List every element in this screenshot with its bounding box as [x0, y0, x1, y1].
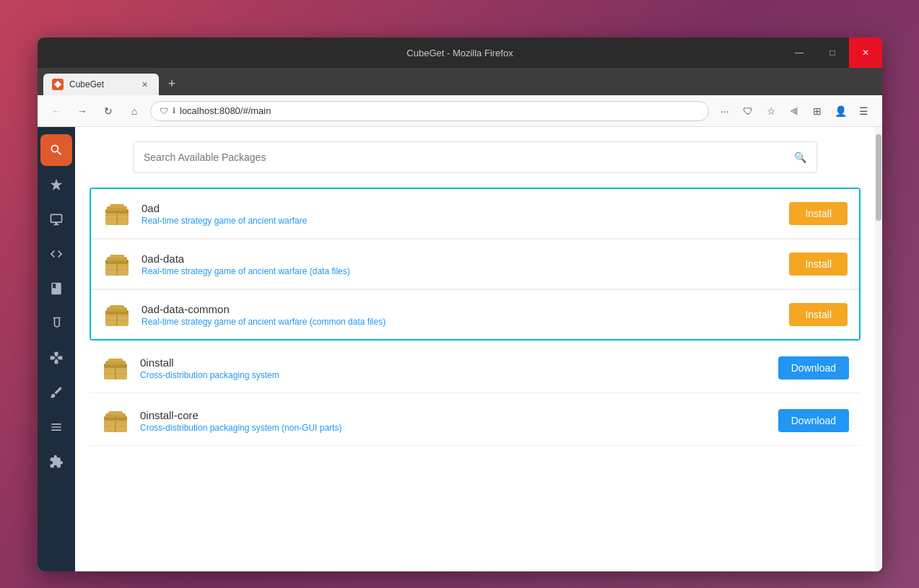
favicon-icon: [54, 81, 61, 88]
svg-rect-10: [110, 255, 124, 258]
forward-button[interactable]: →: [72, 101, 92, 121]
package-icon-0ad: [103, 199, 131, 228]
browser-title: CubeGet - Mozilla Firefox: [406, 48, 513, 58]
reload-button[interactable]: ↻: [98, 101, 118, 121]
package-name-0install-core: 0install-core: [140, 409, 768, 421]
browser-window: CubeGet - Mozilla Firefox — □ ✕ CubeGet …: [38, 38, 882, 571]
package-icon-svg: [103, 199, 131, 228]
svg-rect-24: [108, 359, 123, 362]
package-icon-svg-5: [101, 406, 130, 435]
main-area: 🔍: [75, 127, 875, 571]
sidebar-item-science[interactable]: [40, 307, 72, 339]
back-button[interactable]: ←: [46, 101, 66, 121]
shield-icon-nav[interactable]: 🛡: [738, 101, 758, 121]
scrollbar-thumb[interactable]: [876, 134, 881, 221]
shield-icon: 🛡: [160, 106, 168, 116]
package-icon-svg-2: [103, 250, 131, 278]
sidebar: [38, 127, 75, 571]
install-button-0ad[interactable]: Install: [789, 202, 848, 225]
package-info-0ad: 0ad Real-time strategy game of ancient w…: [141, 202, 779, 226]
package-item-0ad-data: 0ad-data Real-time strategy game of anci…: [91, 239, 859, 289]
sidebar-item-search[interactable]: [40, 134, 72, 166]
package-list: 0ad Real-time strategy game of ancient w…: [75, 188, 875, 571]
maximize-button[interactable]: □: [816, 38, 849, 68]
package-icon-0install: [101, 354, 130, 382]
package-name-0ad-data: 0ad-data: [141, 253, 779, 265]
package-item-0ad-data-common: 0ad-data-common Real-time strategy game …: [91, 289, 859, 339]
sidebar-toggle-button[interactable]: ⊞: [807, 101, 827, 121]
package-info-0install-core: 0install-core Cross-distribution packagi…: [140, 409, 768, 433]
search-bar-wrapper: 🔍: [133, 141, 817, 173]
sidebar-item-games[interactable]: [40, 342, 72, 374]
monitor-icon: [49, 212, 64, 227]
search-icon: [49, 143, 64, 157]
sidebar-item-development[interactable]: [40, 238, 72, 270]
tab-favicon: [52, 79, 64, 90]
home-button[interactable]: ⌂: [124, 101, 144, 121]
browser-tab[interactable]: CubeGet ✕: [43, 74, 159, 95]
book-icon: [49, 281, 64, 296]
scrollbar[interactable]: [875, 127, 882, 571]
search-icon-btn: 🔍: [794, 152, 806, 163]
package-info-0ad-data-common: 0ad-data-common Real-time strategy game …: [141, 303, 779, 327]
search-container: 🔍: [75, 127, 875, 188]
minimize-button[interactable]: —: [783, 38, 816, 68]
window-controls: — □ ✕: [783, 38, 882, 68]
nav-right-icons: ··· 🛡 ☆ ⫷ ⊞ 👤 ☰: [715, 101, 874, 121]
svg-rect-3: [110, 204, 124, 208]
code-icon: [49, 247, 64, 261]
sidebar-item-desktop[interactable]: [40, 203, 72, 235]
package-name-0install: 0install: [140, 356, 768, 369]
package-desc-0ad-data: Real-time strategy game of ancient warfa…: [141, 266, 779, 276]
sidebar-item-featured[interactable]: [40, 169, 72, 201]
network-icon: [49, 420, 64, 434]
sidebar-item-education[interactable]: [40, 273, 72, 304]
more-tools-button[interactable]: ···: [715, 101, 735, 121]
package-icon-svg-3: [103, 300, 131, 329]
svg-rect-31: [108, 411, 123, 415]
package-desc-0install-core: Cross-distribution packaging system (non…: [140, 423, 768, 433]
close-button[interactable]: ✕: [849, 38, 882, 68]
tab-bar: CubeGet ✕ +: [38, 68, 882, 95]
flask-icon: [49, 316, 64, 330]
tab-label: CubeGet: [69, 79, 133, 89]
package-info-0install: 0install Cross-distribution packaging sy…: [140, 356, 768, 380]
install-button-0ad-data[interactable]: Install: [789, 253, 848, 276]
address-bar[interactable]: 🛡 ℹ localhost:8080/#/main: [150, 101, 709, 121]
svg-rect-17: [110, 305, 124, 309]
brush-icon: [49, 385, 64, 400]
sidebar-item-graphics[interactable]: [40, 377, 72, 408]
package-name-0ad: 0ad: [141, 202, 779, 214]
package-item-0install-core: 0install-core Cross-distribution packagi…: [90, 396, 861, 446]
puzzle-icon: [49, 455, 64, 469]
package-icon-0ad-data-common: [103, 300, 131, 329]
install-button-0ad-data-common[interactable]: Install: [789, 303, 848, 326]
sidebar-item-network[interactable]: [40, 411, 72, 443]
download-button-0install[interactable]: Download: [778, 356, 849, 379]
lock-icon: ℹ: [173, 106, 175, 115]
package-desc-0ad: Real-time strategy game of ancient warfa…: [141, 216, 779, 226]
bookmark-button[interactable]: ☆: [761, 101, 781, 121]
title-bar: CubeGet - Mozilla Firefox — □ ✕: [38, 38, 882, 68]
new-tab-button[interactable]: +: [162, 74, 182, 94]
package-icon-svg-4: [101, 354, 130, 382]
address-text: localhost:8080/#/main: [180, 105, 271, 116]
package-icon-0install-core: [101, 406, 130, 435]
sidebar-item-system[interactable]: [40, 446, 72, 478]
package-item-0ad: 0ad Real-time strategy game of ancient w…: [91, 189, 859, 239]
bookmarks-list-button[interactable]: ⫷: [784, 101, 804, 121]
package-item-0install: 0install Cross-distribution packaging sy…: [90, 343, 861, 393]
download-button-0install-core[interactable]: Download: [778, 409, 849, 432]
highlighted-package-group: 0ad Real-time strategy game of ancient w…: [90, 188, 861, 341]
tab-close-button[interactable]: ✕: [139, 79, 150, 90]
search-input[interactable]: [144, 152, 787, 163]
menu-button[interactable]: ☰: [853, 101, 874, 121]
package-desc-0ad-data-common: Real-time strategy game of ancient warfa…: [141, 317, 779, 327]
package-name-0ad-data-common: 0ad-data-common: [141, 303, 779, 315]
account-button[interactable]: 👤: [830, 101, 850, 121]
gamepad-icon: [49, 351, 64, 365]
nav-bar: ← → ↻ ⌂ 🛡 ℹ localhost:8080/#/main ··· 🛡 …: [38, 95, 882, 127]
package-info-0ad-data: 0ad-data Real-time strategy game of anci…: [141, 253, 779, 276]
package-desc-0install: Cross-distribution packaging system: [140, 370, 768, 380]
star-icon: [49, 177, 64, 192]
